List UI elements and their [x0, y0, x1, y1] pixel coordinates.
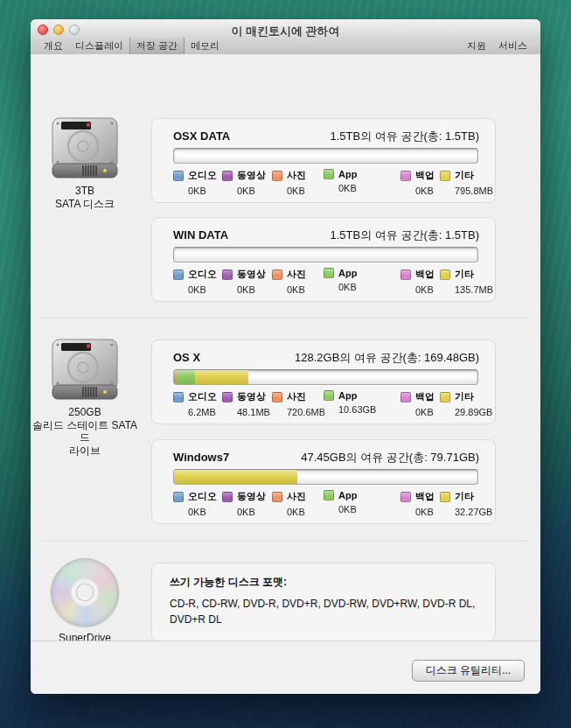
legend-value: 32.27GB	[455, 507, 492, 517]
disk-1-name-line: 3TB	[31, 185, 139, 198]
disk-2-name-line: 솔리드 스테이트 SATA 드	[31, 419, 139, 444]
tab-service[interactable]: 서비스	[492, 38, 533, 54]
legend-label: 동영상	[237, 268, 266, 281]
photo-swatch	[272, 270, 282, 280]
legend-label: App	[338, 390, 357, 401]
backup-swatch	[400, 492, 411, 502]
photo-swatch	[272, 171, 282, 181]
legend-value: 0KB	[415, 507, 435, 517]
legend-value: 0KB	[338, 183, 357, 193]
video-swatch	[222, 270, 233, 280]
legend-value: 0KB	[287, 507, 306, 517]
tab-memory[interactable]: 메모리	[185, 38, 226, 54]
title-bar: 이 매킨토시에 관하여 개요 디스플레이 저장 공간 메모리 지원 서비스	[31, 19, 540, 55]
legend-value: 0KB	[287, 186, 306, 196]
disk-2-icon-column: 250GB 솔리드 스테이트 SATA 드 라이브	[31, 338, 139, 457]
legend-label: 기타	[455, 169, 474, 182]
section-divider	[41, 541, 530, 542]
legend-item: 백업0KB	[400, 169, 435, 196]
legend-value: 0KB	[338, 504, 357, 514]
legend-label: 오디오	[188, 268, 217, 281]
legend-label: 백업	[415, 390, 435, 403]
video-swatch	[222, 171, 233, 181]
legend-label: 백업	[415, 268, 435, 281]
app-swatch	[324, 169, 334, 179]
toolbar-tabs: 개요 디스플레이 저장 공간 메모리 지원 서비스	[31, 38, 540, 54]
storage-content: 3TB SATA 디스크 OSX DATA 1.5TB의 여유 공간(총: 1.…	[31, 54, 540, 694]
storage-usage-bar	[173, 469, 478, 485]
legend-label: 사진	[287, 490, 306, 503]
legend-item: 백업0KB	[400, 390, 435, 417]
writable-formats-list: CD-R, CD-RW, DVD-R, DVD+R, DVD-RW, DVD+R…	[170, 596, 477, 627]
legend-value: 0KB	[188, 284, 217, 295]
bar-segment-other	[174, 470, 297, 484]
legend-value: 48.1MB	[237, 407, 270, 417]
partition-panel-windows7: Windows7 47.45GB의 여유 공간(총: 79.71GB) 오디오0…	[151, 439, 496, 524]
legend-label: 기타	[455, 268, 474, 281]
legend-label: 동영상	[237, 490, 266, 503]
legend-item: 기타135.7MB	[440, 268, 493, 295]
storage-legend: 오디오0KB동영상0KB사진0KBApp0KB백업0KB기타32.27GB	[152, 490, 495, 522]
other-swatch	[440, 171, 450, 181]
legend-item: App0KB	[324, 169, 357, 193]
backup-swatch	[400, 270, 411, 280]
photo-swatch	[272, 492, 282, 502]
legend-item: 오디오0KB	[173, 268, 217, 295]
writable-formats-title: 쓰기 가능한 디스크 포맷:	[170, 575, 477, 590]
legend-label: 오디오	[188, 390, 217, 403]
partition-panel-os-x: OS X 128.2GB의 여유 공간(총: 169.48GB) 오디오6.2M…	[151, 340, 496, 424]
legend-item: App0KB	[324, 268, 357, 292]
legend-label: 사진	[287, 390, 306, 403]
window-footer: 디스크 유틸리티...	[31, 640, 540, 694]
partition-name: OS X	[173, 351, 200, 364]
legend-item: 기타32.27GB	[440, 490, 492, 517]
legend-label: 기타	[455, 390, 474, 403]
legend-label: 사진	[287, 268, 306, 281]
legend-label: 사진	[287, 169, 306, 182]
app-swatch	[324, 268, 334, 278]
legend-item: 백업0KB	[400, 490, 435, 517]
tab-displays[interactable]: 디스플레이	[69, 38, 129, 54]
tab-storage[interactable]: 저장 공간	[129, 38, 185, 54]
partition-panel-osx-data: OSX DATA 1.5TB의 여유 공간(총: 1.5TB) 오디오0KB동영…	[151, 118, 496, 203]
storage-legend: 오디오0KB동영상0KB사진0KBApp0KB백업0KB기타135.7MB	[152, 268, 495, 299]
legend-value: 135.7MB	[455, 284, 493, 295]
section-divider	[41, 318, 530, 318]
legend-value: 0KB	[188, 186, 217, 196]
disk-2-name-line: 라이브	[31, 444, 139, 458]
legend-value: 0KB	[415, 284, 435, 295]
storage-usage-bar	[173, 369, 478, 385]
legend-item: 동영상0KB	[222, 169, 266, 196]
other-swatch	[440, 492, 450, 502]
legend-item: 동영상0KB	[222, 268, 266, 295]
legend-label: App	[338, 490, 357, 500]
legend-item: App10.63GB	[324, 390, 376, 415]
legend-value: 0KB	[188, 507, 217, 517]
legend-label: 동영상	[237, 169, 266, 182]
legend-value: 0KB	[287, 284, 306, 295]
legend-label: 기타	[455, 490, 474, 503]
legend-value: 6.2MB	[188, 407, 217, 417]
partition-free-space: 47.45GB의 여유 공간(총: 79.71GB)	[301, 450, 479, 466]
disk-utility-button[interactable]: 디스크 유틸리티...	[412, 660, 525, 682]
legend-value: 0KB	[237, 186, 266, 196]
legend-label: App	[338, 268, 357, 278]
legend-label: 백업	[415, 490, 435, 503]
legend-value: 0KB	[338, 282, 357, 292]
legend-value: 29.89GB	[455, 407, 492, 417]
storage-usage-bar	[173, 148, 478, 164]
legend-value: 0KB	[415, 186, 435, 196]
audio-swatch	[173, 270, 184, 280]
tab-support[interactable]: 지원	[461, 38, 492, 54]
legend-item: 사진0KB	[272, 169, 306, 196]
partition-free-space: 1.5TB의 여유 공간(총: 1.5TB)	[331, 228, 479, 243]
legend-value: 10.63GB	[338, 404, 376, 415]
photo-swatch	[272, 392, 282, 402]
legend-item: 오디오0KB	[173, 169, 217, 196]
legend-item: 사진0KB	[272, 268, 306, 295]
legend-item: 오디오6.2MB	[173, 390, 217, 417]
tab-overview[interactable]: 개요	[38, 38, 69, 54]
legend-item: 동영상48.1MB	[222, 390, 270, 417]
other-swatch	[440, 270, 450, 280]
hard-disk-icon	[50, 116, 120, 181]
